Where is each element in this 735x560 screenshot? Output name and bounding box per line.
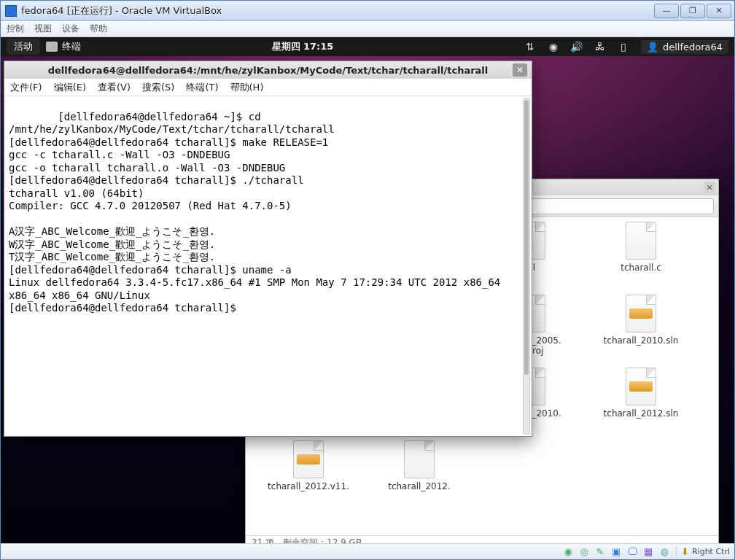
- system-tray: ⇅ ◉ 🔊 🖧 ▯ 👤 dellfedora64: [524, 40, 728, 54]
- virtualbox-window: fedora64 [正在运行] - Oracle VM VirtualBox —…: [0, 0, 735, 560]
- term-menu-help[interactable]: 帮助(H): [230, 81, 264, 94]
- fm-close-button[interactable]: ✕: [704, 182, 715, 193]
- fm-statusbar: 21 项，剩余空间：12.9 GB: [246, 535, 718, 543]
- file-item[interactable]: tcharall_2012.sln: [586, 368, 696, 440]
- term-menu-view[interactable]: 查看(V): [98, 81, 131, 94]
- vb-app-icon: [5, 5, 17, 17]
- wired-icon[interactable]: 🖧: [594, 41, 606, 52]
- file-label: tcharall_2010.sln: [604, 335, 679, 346]
- file-item[interactable]: tcharall_2012.: [364, 440, 475, 513]
- vb-menu-device[interactable]: 设备: [62, 23, 79, 35]
- vb-folder-icon[interactable]: ▣: [610, 546, 622, 558]
- vb-usb-icon[interactable]: ✎: [594, 546, 606, 558]
- vb-hostkey-indicator[interactable]: ⬇ Right Ctrl: [676, 546, 730, 557]
- volume-icon[interactable]: 🔊: [571, 41, 583, 52]
- terminal-icon: [46, 42, 58, 52]
- vb-display-icon[interactable]: 🖵: [626, 546, 638, 558]
- activities-button[interactable]: 活动: [7, 39, 40, 55]
- vb-rec-icon[interactable]: ◍: [658, 546, 670, 558]
- accessibility-icon[interactable]: ◉: [548, 41, 559, 52]
- network-icon[interactable]: ⇅: [524, 41, 536, 52]
- file-item[interactable]: tcharall_2010.sln: [586, 295, 696, 368]
- user-label: dellfedora64: [663, 42, 723, 52]
- vb-vrdp-icon[interactable]: ▦: [642, 546, 654, 558]
- scrollbar-thumb[interactable]: [524, 100, 529, 375]
- vb-title: fedora64 [正在运行] - Oracle VM VirtualBox: [21, 4, 222, 18]
- vb-menu-help[interactable]: 帮助: [90, 23, 107, 35]
- vb-hdd-icon[interactable]: ◉: [562, 546, 574, 558]
- user-menu[interactable]: 👤 dellfedora64: [641, 40, 728, 54]
- clock[interactable]: 星期四 17:15: [272, 40, 334, 53]
- file-label: tcharall_2012.sln: [604, 408, 679, 419]
- vb-cd-icon[interactable]: ◎: [578, 546, 590, 558]
- term-menu-file[interactable]: 文件(F): [10, 81, 42, 94]
- battery-icon[interactable]: ▯: [618, 41, 629, 52]
- terminal-window[interactable]: dellfedora64@dellfedora64:/mnt/he/zylKan…: [4, 61, 532, 437]
- file-icon: [626, 295, 656, 332]
- hostkey-label: Right Ctrl: [692, 547, 730, 556]
- hostkey-arrow-icon: ⬇: [681, 546, 689, 557]
- file-item[interactable]: tcharall.c: [586, 222, 696, 295]
- vb-titlebar[interactable]: fedora64 [正在运行] - Oracle VM VirtualBox —…: [1, 1, 734, 21]
- vb-menu-control[interactable]: 控制: [7, 23, 24, 35]
- file-label: tcharall_2012.: [388, 481, 451, 491]
- appmenu-button[interactable]: 终端: [46, 40, 81, 53]
- terminal-scrollbar[interactable]: [523, 98, 530, 435]
- vb-close-button[interactable]: ✕: [707, 4, 731, 18]
- file-item[interactable]: tcharall_2012.v11.: [253, 440, 364, 513]
- file-icon: [404, 440, 435, 478]
- terminal-menubar: 文件(F) 编辑(E) 查看(V) 搜索(S) 终端(T) 帮助(H): [4, 79, 532, 96]
- file-icon: [626, 368, 656, 405]
- appmenu-label: 终端: [62, 40, 81, 53]
- terminal-body[interactable]: [dellfedora64@dellfedora64 ~]$ cd /mnt/h…: [4, 96, 532, 436]
- file-icon: [626, 222, 656, 260]
- file-label: tcharall.c: [621, 262, 661, 273]
- fm-status-text: 21 项，剩余空间：12.9 GB: [252, 537, 362, 543]
- vb-statusbar: ◉ ◎ ✎ ▣ 🖵 ▦ ◍ ⬇ Right Ctrl: [1, 543, 734, 559]
- guest-screen: 活动 终端 星期四 17:15 ⇅ ◉ 🔊 🖧 ▯ 👤 dellfedora64: [1, 37, 734, 543]
- terminal-close-button[interactable]: ✕: [513, 63, 527, 77]
- vb-maximize-button[interactable]: ❐: [680, 4, 705, 18]
- term-menu-search[interactable]: 搜索(S): [142, 81, 174, 94]
- user-icon: 👤: [647, 42, 658, 52]
- term-menu-terminal[interactable]: 终端(T): [186, 81, 218, 94]
- file-label: tcharall_2012.v11.: [268, 481, 349, 491]
- gnome-top-panel: 活动 终端 星期四 17:15 ⇅ ◉ 🔊 🖧 ▯ 👤 dellfedora64: [1, 37, 734, 56]
- term-menu-edit[interactable]: 编辑(E): [54, 81, 86, 94]
- terminal-titlebar[interactable]: dellfedora64@dellfedora64:/mnt/he/zylKan…: [4, 61, 532, 79]
- vb-menubar: 控制 视图 设备 帮助: [1, 21, 734, 37]
- terminal-title: dellfedora64@dellfedora64:/mnt/he/zylKan…: [48, 65, 489, 76]
- vb-menu-view[interactable]: 视图: [34, 23, 52, 35]
- vb-minimize-button[interactable]: —: [654, 4, 679, 18]
- file-icon: [293, 440, 324, 478]
- terminal-output: [dellfedora64@dellfedora64 ~]$ cd /mnt/h…: [9, 111, 507, 314]
